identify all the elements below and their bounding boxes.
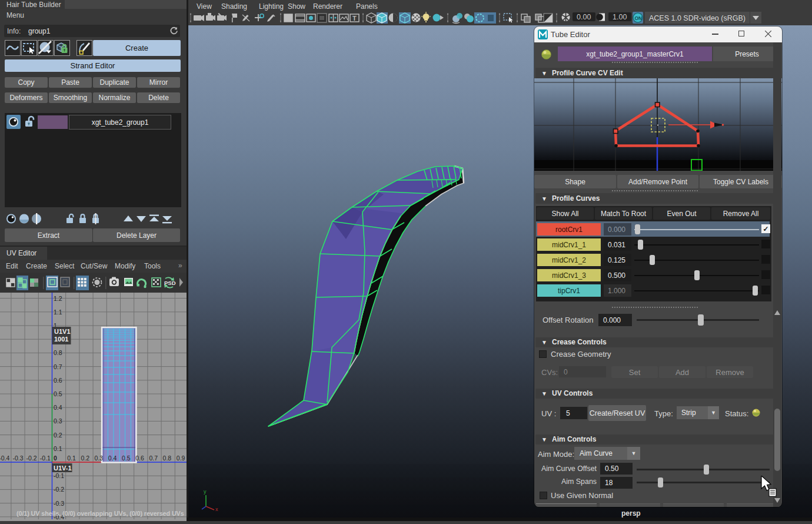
svg-text:0.2: 0.2 bbox=[54, 432, 62, 439]
svg-text:T: T bbox=[352, 15, 357, 22]
svg-text:0.9: 0.9 bbox=[177, 455, 185, 462]
svg-text:-0.3: -0.3 bbox=[12, 455, 23, 462]
svg-text:0.5: 0.5 bbox=[54, 390, 62, 397]
svg-text:0.3: 0.3 bbox=[54, 417, 62, 424]
svg-text:-0.3: -0.3 bbox=[54, 500, 64, 507]
svg-text:0: 0 bbox=[54, 455, 57, 462]
svg-text:0.4: 0.4 bbox=[108, 455, 117, 462]
svg-text:(0/1) UV shells, (0/0) overlap: (0/1) UV shells, (0/0) overlapping UVs, … bbox=[16, 510, 184, 517]
svg-text:0.4: 0.4 bbox=[54, 404, 62, 411]
svg-text:0.6: 0.6 bbox=[54, 377, 62, 384]
svg-text:0.1: 0.1 bbox=[67, 455, 76, 462]
svg-text:0.2: 0.2 bbox=[81, 455, 89, 462]
svg-text:1001: 1001 bbox=[54, 336, 68, 343]
svg-text:0.3: 0.3 bbox=[95, 455, 104, 462]
svg-text:-0.2: -0.2 bbox=[26, 455, 37, 462]
svg-text:-0.4: -0.4 bbox=[0, 455, 9, 462]
svg-text:0.7: 0.7 bbox=[149, 455, 158, 462]
svg-text:-0.2: -0.2 bbox=[54, 486, 64, 493]
svg-text:PSD: PSD bbox=[164, 280, 176, 286]
svg-text:0.7: 0.7 bbox=[54, 363, 62, 370]
svg-text:1.2: 1.2 bbox=[54, 295, 62, 302]
svg-text:0.00: 0.00 bbox=[577, 13, 591, 21]
svg-text:ACES 1.0 SDR-video (sRGB): ACES 1.0 SDR-video (sRGB) bbox=[649, 14, 746, 22]
svg-text:1.1: 1.1 bbox=[54, 309, 62, 316]
svg-text:0.6: 0.6 bbox=[135, 455, 144, 462]
svg-text:1.00: 1.00 bbox=[613, 13, 627, 21]
svg-text:0.8: 0.8 bbox=[163, 455, 172, 462]
svg-text:-0.1: -0.1 bbox=[54, 472, 64, 479]
svg-text:U1V1: U1V1 bbox=[54, 328, 71, 335]
svg-text:0.5: 0.5 bbox=[122, 455, 131, 462]
svg-text:0.8: 0.8 bbox=[54, 349, 62, 356]
svg-text:U1V-1: U1V-1 bbox=[54, 465, 72, 472]
svg-text:0.1: 0.1 bbox=[54, 445, 62, 452]
svg-text:-0.1: -0.1 bbox=[40, 455, 51, 462]
svg-text:ON: ON bbox=[635, 15, 643, 21]
